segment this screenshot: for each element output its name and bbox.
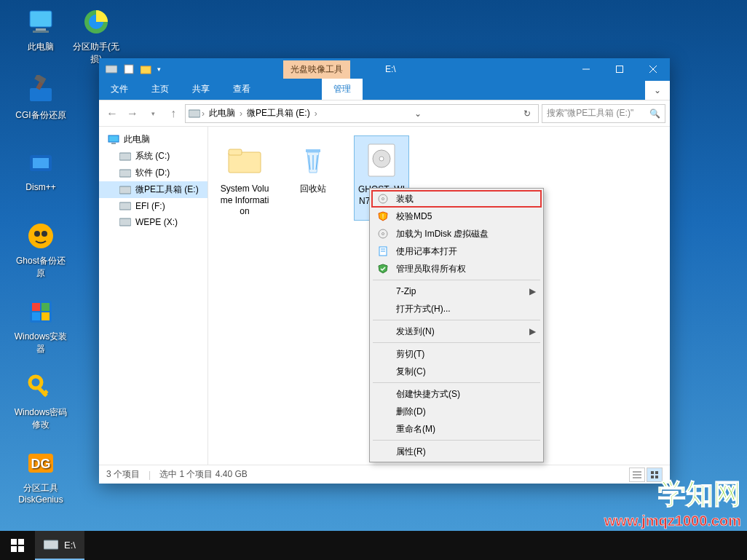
svg-point-52 bbox=[382, 198, 384, 200]
desktop-icon-password[interactable]: Windows密码修改 bbox=[13, 370, 68, 431]
menu-item[interactable]: 打开方式(H)... bbox=[371, 300, 542, 318]
folder-icon bbox=[224, 138, 266, 181]
back-button[interactable]: ← bbox=[103, 105, 121, 122]
menu-item[interactable]: 发送到(N)▶ bbox=[371, 323, 542, 340]
menu-item[interactable]: 属性(R) bbox=[371, 443, 542, 460]
menu-item[interactable]: 复制(C) bbox=[371, 363, 542, 380]
label: Dism++ bbox=[13, 182, 68, 192]
forward-button[interactable]: → bbox=[124, 105, 141, 122]
blank-icon bbox=[377, 348, 389, 360]
menu-item[interactable]: 7-Zip▶ bbox=[371, 283, 542, 300]
taskbar-task-explorer[interactable]: E:\ bbox=[35, 531, 84, 560]
address-dropdown-icon[interactable]: ⌄ bbox=[410, 109, 426, 119]
close-button[interactable] bbox=[636, 58, 670, 80]
menu-item[interactable]: 删除(D) bbox=[371, 403, 542, 420]
label: Ghost备份还原 bbox=[13, 255, 68, 280]
chevron-right-icon[interactable]: › bbox=[315, 109, 317, 119]
breadcrumb-current[interactable]: 微PE工具箱 (E:) bbox=[244, 106, 313, 121]
tree-drive[interactable]: 系统 (C:) bbox=[99, 148, 208, 165]
context-tool-tab: 光盘映像工具 bbox=[283, 60, 350, 79]
svg-rect-2 bbox=[33, 31, 49, 33]
menu-item[interactable]: 重命名(M) bbox=[371, 420, 542, 438]
svg-point-43 bbox=[379, 157, 384, 161]
svg-point-18 bbox=[30, 376, 42, 388]
svg-rect-1 bbox=[36, 28, 46, 31]
tree-label: 系统 (C:) bbox=[135, 150, 170, 162]
label: Windows安装器 bbox=[13, 331, 68, 355]
start-button[interactable] bbox=[0, 531, 35, 560]
chevron-right-icon[interactable]: › bbox=[202, 109, 205, 119]
svg-point-11 bbox=[34, 231, 40, 237]
desktop-icon-win-installer[interactable]: Windows安装器 bbox=[13, 294, 68, 355]
svg-rect-17 bbox=[42, 312, 50, 320]
tree-label: 微PE工具箱 (E:) bbox=[135, 184, 199, 196]
desktop-icon-ghost[interactable]: Ghost备份还原 bbox=[13, 218, 68, 280]
ribbon-expand-icon[interactable]: ⌄ bbox=[645, 81, 670, 100]
file-item[interactable]: System Volume Information bbox=[217, 135, 272, 221]
svg-rect-63 bbox=[44, 540, 58, 549]
tree-this-pc[interactable]: 此电脑 bbox=[99, 131, 208, 148]
address-bar[interactable]: › 此电脑 › 微PE工具箱 (E:) › ⌄ ↻ bbox=[185, 104, 539, 123]
new-folder-icon[interactable] bbox=[140, 63, 153, 76]
desktop-icon-partition-assist[interactable]: 分区助手(无损) bbox=[68, 4, 124, 66]
disc-icon bbox=[377, 228, 389, 240]
menu-label: 剪切(T) bbox=[396, 348, 424, 360]
svg-rect-34 bbox=[119, 170, 131, 177]
tree-drive[interactable]: 微PE工具箱 (E:) bbox=[99, 181, 208, 198]
tab-share[interactable]: 共享 bbox=[181, 79, 221, 100]
svg-rect-27 bbox=[617, 66, 623, 73]
titlebar[interactable]: ▾ 光盘映像工具 E:\ bbox=[99, 58, 670, 80]
svg-text:DG: DG bbox=[31, 457, 51, 471]
taskbar: E:\ bbox=[0, 531, 747, 560]
menu-item[interactable]: 加载为 ImDisk 虚拟磁盘 bbox=[371, 225, 542, 242]
desktop-icon-dism[interactable]: Dism++ bbox=[13, 146, 68, 192]
search-placeholder: 搜索"微PE工具箱 (E:)" bbox=[547, 107, 633, 119]
svg-rect-5 bbox=[30, 88, 52, 101]
minimize-button[interactable] bbox=[569, 58, 603, 80]
tree-drive[interactable]: EFI (F:) bbox=[99, 198, 208, 214]
refresh-icon[interactable]: ↻ bbox=[519, 109, 535, 119]
svg-rect-61 bbox=[11, 546, 17, 552]
search-icon[interactable]: 🔍 bbox=[649, 109, 660, 119]
view-details-button[interactable] bbox=[629, 468, 645, 482]
menu-item[interactable]: !校验MD5 bbox=[371, 208, 542, 225]
tab-file[interactable]: 文件 bbox=[99, 79, 140, 100]
menu-label: 使用记事本打开 bbox=[396, 245, 457, 258]
maximize-button[interactable] bbox=[603, 58, 636, 80]
blank-icon bbox=[377, 406, 389, 417]
tab-view[interactable]: 查看 bbox=[221, 79, 262, 100]
blank-icon bbox=[377, 446, 389, 457]
svg-rect-14 bbox=[32, 303, 40, 311]
tree-drive[interactable]: 软件 (D:) bbox=[99, 165, 208, 181]
menu-item[interactable]: 管理员取得所有权 bbox=[371, 260, 542, 277]
label: Windows密码修改 bbox=[13, 406, 68, 431]
menu-item[interactable]: 创建快捷方式(S) bbox=[371, 385, 542, 403]
svg-rect-35 bbox=[119, 186, 131, 194]
file-item[interactable]: 回收站 bbox=[285, 135, 341, 221]
svg-rect-23 bbox=[106, 66, 117, 73]
up-button[interactable]: ↑ bbox=[165, 105, 182, 122]
desktop-icon-cgi[interactable]: CGI备份还原 bbox=[13, 73, 68, 122]
breadcrumb-root[interactable]: 此电脑 bbox=[206, 106, 238, 121]
search-input[interactable]: 搜索"微PE工具箱 (E:)" 🔍 bbox=[542, 104, 665, 123]
tab-manage[interactable]: 管理 bbox=[322, 79, 363, 100]
drive-icon bbox=[119, 167, 131, 179]
menu-item[interactable]: 装载 bbox=[371, 190, 542, 208]
recent-dropdown[interactable]: ▾ bbox=[144, 105, 162, 122]
chevron-right-icon[interactable]: › bbox=[240, 109, 242, 119]
properties-icon[interactable] bbox=[122, 63, 135, 76]
svg-text:!: ! bbox=[382, 213, 384, 220]
tree-label: WEPE (X:) bbox=[135, 217, 178, 227]
view-icons-button[interactable] bbox=[647, 468, 663, 482]
notepad-icon bbox=[377, 245, 389, 257]
desktop-icon-diskgenius[interactable]: DG 分区工具DiskGenius bbox=[13, 446, 68, 505]
drive-icon bbox=[119, 151, 131, 162]
qat-dropdown-icon[interactable]: ▾ bbox=[157, 66, 161, 73]
menu-label: 重命名(M) bbox=[396, 423, 435, 435]
tab-home[interactable]: 主页 bbox=[140, 79, 181, 100]
menu-item[interactable]: 使用记事本打开 bbox=[371, 242, 542, 260]
desktop-icon-this-pc[interactable]: 此电脑 bbox=[13, 4, 68, 53]
tree-drive[interactable]: WEPE (X:) bbox=[99, 214, 208, 230]
menu-label: 创建快捷方式(S) bbox=[396, 388, 460, 401]
menu-item[interactable]: 剪切(T) bbox=[371, 345, 542, 363]
